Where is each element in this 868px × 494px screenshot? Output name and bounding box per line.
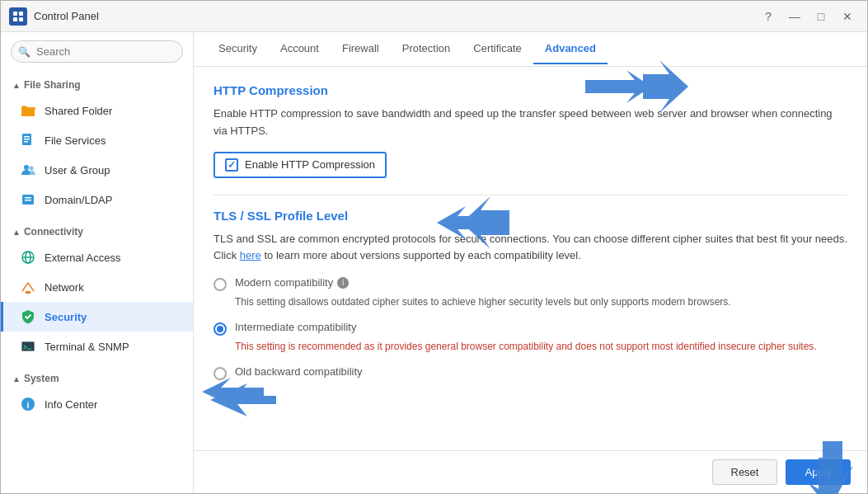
sidebar-item-info-center[interactable]: i Info Center: [1, 389, 193, 419]
http-compression-title: HTTP Compression: [213, 83, 847, 97]
reset-button[interactable]: Reset: [712, 459, 778, 485]
radio-modern[interactable]: Modern compatibility i: [213, 276, 847, 291]
svg-rect-3: [19, 17, 23, 21]
svg-rect-7: [24, 136, 30, 138]
section-connectivity: ▲ Connectivity External Access Network: [1, 218, 193, 365]
close-button[interactable]: ✕: [836, 7, 859, 26]
modern-desc: This setting disallows outdated cipher s…: [235, 294, 847, 309]
sidebar-item-terminal-snmp[interactable]: Terminal & SNMP: [1, 332, 193, 361]
minimize-button[interactable]: —: [783, 7, 806, 26]
user-group-icon: [20, 162, 36, 178]
sidebar-item-file-services[interactable]: File Services: [1, 125, 193, 155]
http-compression-checkbox[interactable]: ✓: [225, 158, 238, 172]
window-title: Control Panel: [34, 10, 750, 22]
svg-point-10: [24, 165, 29, 170]
external-access-icon: [20, 249, 36, 266]
svg-rect-1: [19, 12, 23, 16]
main-area: 🔍 ▲ File Sharing Shared Folder: [1, 32, 867, 493]
radio-old-label: Old backward compatibility: [235, 365, 363, 378]
sidebar: 🔍 ▲ File Sharing Shared Folder: [1, 32, 194, 493]
svg-rect-13: [25, 197, 31, 199]
apply-button[interactable]: Apply: [786, 459, 851, 485]
svg-rect-5: [21, 108, 35, 116]
help-button[interactable]: ?: [757, 7, 780, 26]
folder-icon: [20, 102, 36, 119]
section-system: ▲ System i Info Center: [1, 365, 193, 422]
http-compression-desc: Enable HTTP compression to save bandwidt…: [213, 106, 847, 140]
sidebar-item-shared-folder[interactable]: Shared Folder: [1, 96, 193, 125]
sidebar-item-external-access[interactable]: External Access: [1, 242, 193, 272]
content-body: HTTP Compression Enable HTTP compression…: [194, 67, 867, 450]
http-compression-label: Enable HTTP Compression: [245, 158, 375, 171]
tls-ssl-desc: TLS and SSL are common encrypted protoco…: [213, 231, 847, 266]
app-icon: [9, 7, 27, 26]
file-services-icon: [20, 132, 36, 148]
tab-security[interactable]: Security: [207, 34, 269, 64]
svg-rect-8: [24, 139, 30, 140]
tls-here-link[interactable]: here: [240, 249, 261, 261]
tab-bar: Security Account Firewall Protection Cer…: [194, 32, 867, 67]
tab-protection[interactable]: Protection: [391, 34, 462, 64]
svg-rect-0: [13, 12, 17, 16]
radio-modern-label: Modern compatibility i: [235, 276, 349, 289]
titlebar: Control Panel ? — □ ✕: [1, 1, 867, 32]
section-header-connectivity[interactable]: ▲ Connectivity: [1, 221, 193, 242]
section-header-file-sharing[interactable]: ▲ File Sharing: [1, 74, 193, 96]
sidebar-item-security[interactable]: Security: [1, 302, 193, 332]
radio-modern-btn[interactable]: [213, 278, 227, 291]
window-controls: ? — □ ✕: [757, 7, 859, 26]
svg-rect-2: [13, 17, 17, 21]
terminal-icon: [20, 338, 36, 355]
tls-desc-text2: to learn more about versions supported b…: [261, 249, 581, 261]
domain-icon: [20, 191, 36, 208]
svg-rect-18: [26, 291, 30, 294]
radio-intermediate-label: Intermediate compatibility: [235, 321, 356, 333]
footer: Reset Apply: [194, 450, 867, 493]
tab-certificate[interactable]: Certificate: [462, 34, 533, 64]
svg-point-11: [30, 167, 34, 171]
tab-advanced[interactable]: Advanced: [533, 34, 608, 64]
radio-old[interactable]: Old backward compatibility: [213, 365, 847, 380]
sidebar-item-user-group[interactable]: User & Group: [1, 155, 193, 185]
svg-rect-9: [24, 141, 28, 143]
radio-old-btn[interactable]: [213, 367, 227, 380]
tls-ssl-title: TLS / SSL Profile Level: [213, 209, 847, 223]
sidebar-item-network[interactable]: Network: [1, 272, 193, 302]
http-compression-checkbox-row[interactable]: ✓ Enable HTTP Compression: [213, 152, 387, 178]
section-file-sharing: ▲ File Sharing Shared Folder File Servic…: [1, 71, 193, 218]
chevron-icon: ▲: [12, 228, 21, 237]
radio-intermediate[interactable]: Intermediate compatibility: [213, 321, 847, 336]
security-icon: [20, 308, 36, 325]
sidebar-item-domain-ldap[interactable]: Domain/LDAP: [1, 185, 193, 214]
svg-text:i: i: [26, 400, 29, 410]
tab-account[interactable]: Account: [269, 34, 331, 64]
maximize-button[interactable]: □: [809, 7, 833, 26]
content-area: Security Account Firewall Protection Cer…: [194, 32, 867, 493]
modern-info-badge[interactable]: i: [337, 277, 349, 289]
search-input[interactable]: [11, 40, 183, 63]
info-icon: i: [20, 396, 36, 412]
section-header-system[interactable]: ▲ System: [1, 368, 193, 389]
radio-intermediate-btn[interactable]: [213, 322, 227, 336]
search-icon: 🔍: [18, 46, 30, 58]
tab-firewall[interactable]: Firewall: [331, 34, 391, 64]
intermediate-desc: This setting is recommended as it provid…: [235, 339, 847, 354]
chevron-icon: ▲: [12, 81, 21, 90]
search-box[interactable]: 🔍: [11, 40, 183, 63]
chevron-icon: ▲: [12, 374, 21, 383]
svg-rect-14: [25, 200, 31, 201]
network-icon: [20, 279, 36, 295]
divider: [213, 195, 847, 195]
